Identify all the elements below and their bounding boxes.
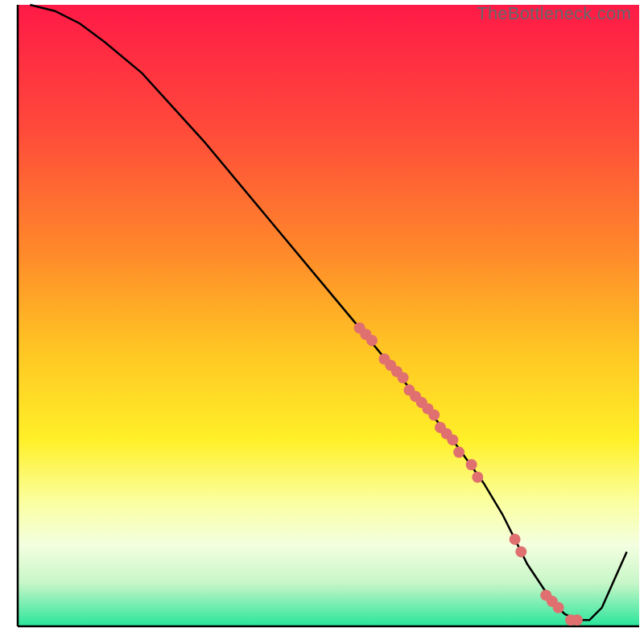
data-point [472,472,483,483]
data-point [366,335,378,346]
data-point [447,434,458,445]
data-point [466,459,477,470]
data-point [510,534,521,545]
chart-stage: TheBottleneck.com [0,0,644,644]
data-point [553,602,564,613]
data-point [572,614,583,625]
data-point [515,546,526,557]
bottleneck-chart [0,0,644,644]
data-point [453,447,464,458]
data-point [398,372,409,383]
data-point [428,410,440,421]
watermark-text: TheBottleneck.com [477,3,631,24]
gradient-background [18,5,639,626]
